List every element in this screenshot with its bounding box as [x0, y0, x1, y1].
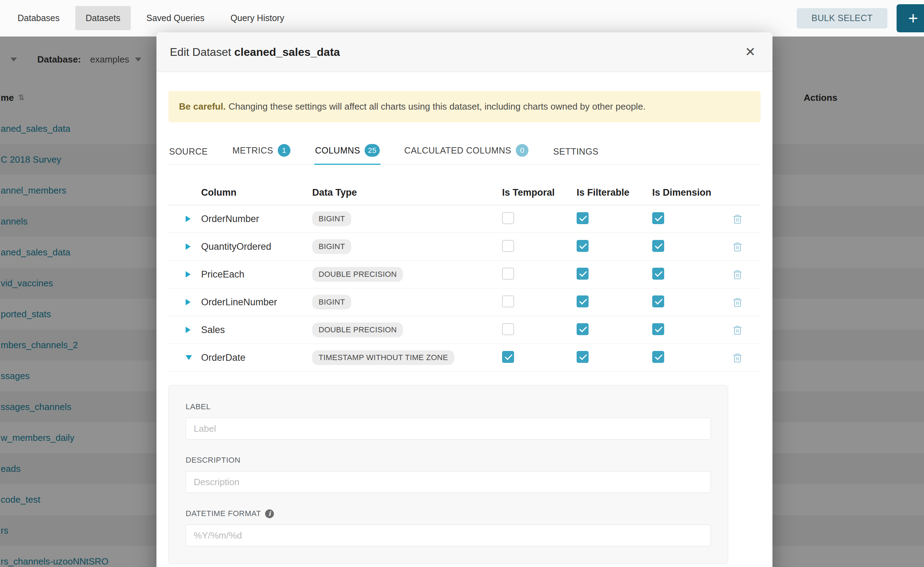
bulk-select-button[interactable]: BULK SELECT	[797, 8, 888, 28]
warning-banner: Be careful.Changing these settings will …	[169, 91, 760, 122]
delete-column-button[interactable]	[732, 297, 760, 308]
data-type-pill: BIGINT	[312, 239, 351, 254]
label-input[interactable]	[186, 418, 711, 440]
caret-icon	[186, 271, 191, 278]
data-type-pill: BIGINT	[312, 212, 351, 226]
warning-banner-bold: Be careful.	[179, 101, 226, 112]
label-field: LABEL	[186, 402, 711, 440]
nav-item-label: Saved Queries	[146, 13, 204, 23]
is-temporal-checkbox[interactable]	[502, 212, 514, 224]
modal-tabs: SOURCE METRICS 1 COLUMNS 25 CALCULATED C…	[169, 135, 760, 165]
delete-column-button[interactable]	[732, 242, 760, 252]
trash-icon	[732, 353, 743, 363]
is-dimension-checkbox[interactable]	[652, 268, 664, 280]
is-filterable-checkbox[interactable]	[576, 351, 588, 363]
modal-body: Be careful.Changing these settings will …	[157, 72, 772, 564]
is-temporal-checkbox[interactable]	[502, 240, 514, 252]
is-dimension-checkbox[interactable]	[652, 296, 664, 308]
datetime-format-field: DATETIME FORMAT i	[186, 509, 711, 546]
column-row: PriceEach DOUBLE PRECISION	[169, 261, 760, 288]
is-filterable-checkbox[interactable]	[576, 240, 588, 252]
expand-toggle[interactable]	[169, 243, 201, 250]
is-dimension-checkbox[interactable]	[652, 351, 664, 363]
warning-banner-text: Changing these settings will affect all …	[229, 101, 646, 112]
trash-icon	[732, 270, 743, 280]
expand-toggle[interactable]	[169, 271, 201, 278]
nav-item-label: Datasets	[86, 13, 120, 23]
tab-calculated-columns[interactable]: CALCULATED COLUMNS 0	[403, 135, 529, 165]
data-type-pill: TIMESTAMP WITHOUT TIME ZONE	[312, 350, 454, 365]
caret-icon	[186, 299, 191, 305]
is-filterable-checkbox[interactable]	[576, 212, 588, 224]
is-dimension-checkbox[interactable]	[652, 323, 664, 335]
delete-column-button[interactable]	[732, 270, 760, 280]
description-field-label-text: DESCRIPTION	[186, 456, 241, 465]
nav-item-query-history[interactable]: Query History	[220, 6, 295, 30]
plus-icon: +	[908, 8, 918, 28]
delete-column-button[interactable]	[732, 353, 760, 363]
nav-item-databases[interactable]: Databases	[7, 6, 70, 30]
expand-toggle[interactable]	[169, 299, 201, 305]
is-dimension-checkbox[interactable]	[652, 240, 664, 252]
column-row: OrderDate TIMESTAMP WITHOUT TIME ZONE	[169, 344, 760, 372]
columns-table: Column Data Type Is Temporal Is Filterab…	[169, 180, 760, 564]
info-icon[interactable]: i	[265, 509, 274, 518]
column-name: PriceEach	[201, 269, 312, 280]
delete-column-button[interactable]	[732, 214, 760, 224]
edit-dataset-modal: Edit Dataset cleaned_sales_data ✕ Be car…	[157, 32, 772, 567]
is-filterable-checkbox[interactable]	[576, 296, 588, 308]
expand-toggle[interactable]	[169, 216, 201, 222]
column-name: OrderDate	[201, 352, 312, 363]
delete-column-button[interactable]	[732, 325, 760, 335]
is-temporal-checkbox[interactable]	[502, 268, 514, 280]
description-input[interactable]	[186, 471, 711, 493]
trash-icon	[732, 297, 743, 308]
datetime-format-input[interactable]	[186, 525, 711, 546]
column-detail-panel: LABEL DESCRIPTION DATETIME FORMAT i	[169, 385, 728, 564]
nav-item-label: Query History	[231, 13, 284, 23]
is-dimension-checkbox[interactable]	[652, 212, 664, 224]
tab-label: METRICS	[232, 146, 273, 156]
close-button[interactable]: ✕	[742, 44, 759, 60]
tab-count-badge: 0	[516, 144, 528, 157]
tab-label: SETTINGS	[553, 147, 598, 157]
caret-icon	[186, 243, 191, 250]
is-temporal-checkbox[interactable]	[502, 296, 514, 308]
datetime-format-field-label: DATETIME FORMAT i	[186, 509, 711, 518]
nav-item-datasets[interactable]: Datasets	[75, 6, 131, 30]
caret-icon	[186, 355, 192, 360]
tab-columns[interactable]: COLUMNS 25	[315, 135, 381, 165]
trash-icon	[732, 325, 743, 335]
column-name: OrderLineNumber	[201, 297, 312, 308]
is-filterable-checkbox[interactable]	[576, 323, 588, 335]
data-type-pill: DOUBLE PRECISION	[312, 322, 403, 337]
data-type-header: Data Type	[312, 187, 502, 198]
columns-table-header: Column Data Type Is Temporal Is Filterab…	[169, 180, 760, 205]
is-filterable-checkbox[interactable]	[576, 268, 588, 280]
modal-title-dataset-name: cleaned_sales_data	[234, 46, 340, 58]
column-name: Sales	[201, 325, 312, 336]
nav-right: BULK SELECT +	[797, 4, 924, 32]
tab-source[interactable]: SOURCE	[169, 137, 209, 165]
nav-item-label: Databases	[18, 13, 60, 23]
columns-table-rows: OrderNumber BIGINT QuantityOrdered BIGIN…	[169, 205, 760, 372]
tab-label: CALCULATED COLUMNS	[404, 146, 511, 156]
top-nav: Databases Datasets Saved Queries Query H…	[0, 0, 924, 36]
tab-label: SOURCE	[169, 147, 208, 157]
nav-item-saved-queries[interactable]: Saved Queries	[136, 6, 215, 30]
add-dataset-button[interactable]: +	[897, 4, 924, 32]
tab-label: COLUMNS	[315, 146, 360, 156]
column-name: OrderNumber	[201, 214, 312, 225]
is-temporal-checkbox[interactable]	[502, 323, 514, 335]
nav-tabs: Databases Datasets Saved Queries Query H…	[7, 6, 299, 30]
expand-toggle[interactable]	[169, 327, 201, 333]
column-row: OrderNumber BIGINT	[169, 205, 760, 233]
expand-toggle[interactable]	[169, 355, 201, 360]
tab-settings[interactable]: SETTINGS	[552, 137, 599, 165]
data-type-pill: BIGINT	[312, 295, 351, 309]
is-temporal-checkbox[interactable]	[502, 351, 514, 363]
caret-icon	[186, 216, 191, 222]
is-filterable-header: Is Filterable	[576, 187, 652, 198]
tab-metrics[interactable]: METRICS 1	[232, 135, 291, 165]
tab-count-badge: 25	[364, 144, 379, 157]
